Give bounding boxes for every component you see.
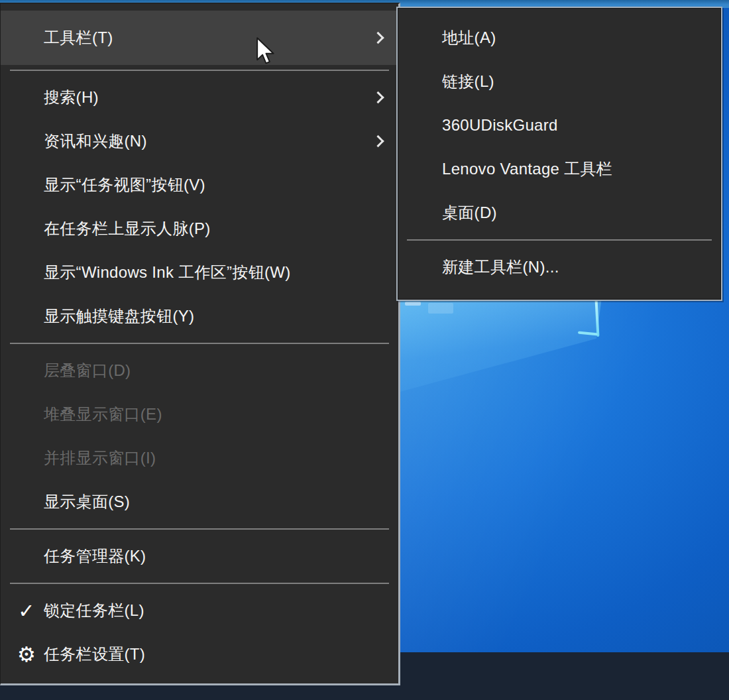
menu-item-label: 链接(L) — [442, 71, 494, 92]
menu-item-news-and-interests[interactable]: 资讯和兴趣(N) — [1, 119, 398, 163]
menu-item-label: 显示“Windows Ink 工作区”按钮(W) — [44, 262, 291, 283]
menu-item-label: 任务管理器(K) — [44, 546, 146, 567]
menu-item-label: 搜索(H) — [44, 87, 99, 108]
menu-item-label: 资讯和兴趣(N) — [44, 131, 147, 152]
menu-item-label: 显示“任务视图”按钮(V) — [44, 174, 205, 196]
submenu-item-lenovo-vantage-toolbar[interactable]: Lenovo Vantage 工具栏 — [398, 147, 721, 191]
menu-item-label: 地址(A) — [442, 27, 496, 48]
menu-item-label: 并排显示窗口(I) — [44, 447, 156, 469]
menu-item-cascade-windows: 层叠窗口(D) — [1, 349, 398, 392]
menu-item-search[interactable]: 搜索(H) — [1, 76, 398, 119]
menu-item-show-touch-keyboard-button[interactable]: 显示触摸键盘按钮(Y) — [1, 294, 398, 338]
menu-item-taskbar-settings[interactable]: ⚙ 任务栏设置(T) — [1, 632, 398, 676]
menu-item-show-windows-ink-workspace-button[interactable]: 显示“Windows Ink 工作区”按钮(W) — [1, 251, 398, 294]
menu-item-label: 360UDiskGuard — [442, 116, 558, 135]
menu-item-lock-taskbar[interactable]: ✓ 锁定任务栏(L) — [1, 589, 398, 632]
menu-item-label: 新建工具栏(N)... — [442, 257, 559, 278]
menu-item-label: 层叠窗口(D) — [44, 360, 131, 381]
mouse-cursor-icon — [256, 37, 276, 66]
submenu-arrow-icon — [372, 135, 384, 147]
toolbars-submenu: 地址(A) 链接(L) 360UDiskGuard Lenovo Vantage… — [396, 7, 722, 301]
taskbar-context-menu: 工具栏(T) 搜索(H) 资讯和兴趣(N) 显示“任务视图”按钮(V) 在任务栏… — [0, 3, 400, 685]
menu-item-label: Lenovo Vantage 工具栏 — [442, 158, 612, 180]
submenu-item-address[interactable]: 地址(A) — [398, 16, 721, 60]
menu-item-label: 桌面(D) — [442, 202, 497, 223]
wallpaper-streak — [405, 302, 421, 306]
menu-item-show-windows-side-by-side: 并排显示窗口(I) — [1, 436, 398, 480]
menu-item-label: 工具栏(T) — [44, 27, 113, 48]
submenu-item-360udiskguard[interactable]: 360UDiskGuard — [398, 103, 721, 147]
menu-separator — [10, 70, 389, 71]
menu-item-show-task-view-button[interactable]: 显示“任务视图”按钮(V) — [1, 163, 398, 207]
menu-item-label: 在任务栏上显示人脉(P) — [44, 218, 211, 239]
menu-separator — [407, 239, 712, 241]
submenu-item-desktop[interactable]: 桌面(D) — [398, 191, 721, 235]
menu-separator — [10, 343, 389, 344]
menu-separator — [10, 528, 389, 530]
submenu-item-new-toolbar[interactable]: 新建工具栏(N)... — [398, 245, 721, 289]
gear-icon: ⚙ — [15, 642, 38, 667]
menu-item-task-manager[interactable]: 任务管理器(K) — [1, 534, 398, 578]
menu-item-show-windows-stacked: 堆叠显示窗口(E) — [1, 392, 398, 436]
submenu-item-links[interactable]: 链接(L) — [398, 60, 721, 103]
submenu-arrow-icon — [372, 32, 384, 44]
menu-separator — [10, 583, 389, 584]
menu-item-label: 显示触摸键盘按钮(Y) — [44, 306, 194, 327]
menu-item-show-people-on-taskbar[interactable]: 在任务栏上显示人脉(P) — [1, 207, 398, 251]
menu-item-show-desktop[interactable]: 显示桌面(S) — [1, 480, 398, 524]
submenu-arrow-icon — [372, 91, 384, 103]
menu-item-label: 显示桌面(S) — [44, 491, 130, 512]
menu-item-label: 任务栏设置(T) — [44, 644, 145, 665]
check-icon: ✓ — [15, 599, 38, 622]
menu-item-label: 堆叠显示窗口(E) — [44, 404, 162, 425]
wallpaper-streak — [428, 303, 453, 314]
menu-item-toolbars[interactable]: 工具栏(T) — [1, 11, 398, 65]
menu-item-label: 锁定任务栏(L) — [44, 600, 144, 621]
